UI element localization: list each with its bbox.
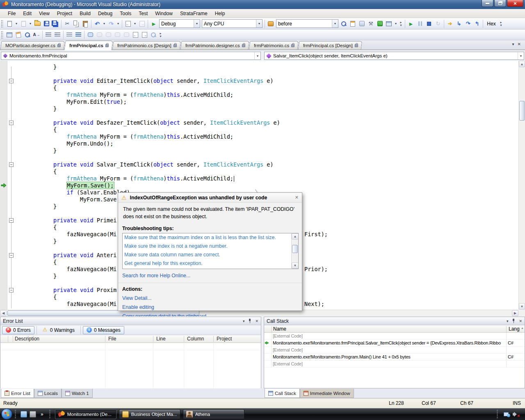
name-column-header[interactable]: Name [273, 326, 286, 332]
close-button[interactable] [507, 0, 523, 7]
hex-button[interactable]: Hex [484, 19, 498, 28]
call-stack-row[interactable]: Monitoramento.exe!Monitoramento.Program.… [264, 354, 525, 361]
scroll-down-icon[interactable]: ▼ [292, 262, 299, 269]
chevron-down-icon[interactable] [254, 52, 260, 59]
call-stack-row[interactable]: [External Code] [264, 361, 525, 368]
minimize-button[interactable] [482, 0, 493, 7]
navigate-backward-dropdown[interactable] [132, 19, 137, 28]
fold-collapse-icon[interactable] [9, 162, 14, 167]
start-debugging-button[interactable] [149, 19, 158, 28]
object-browser-button[interactable] [357, 19, 366, 28]
find-symbol-button[interactable] [266, 19, 275, 28]
menu-item-test[interactable]: Test [135, 9, 151, 18]
undo-button[interactable] [93, 19, 102, 28]
fold-collapse-icon[interactable] [9, 121, 14, 125]
auto-hide-pin-icon[interactable] [248, 319, 251, 323]
call-stack-column-headers[interactable]: Name Lang ▲ [264, 325, 525, 333]
document-tab-frmpatrimonio-cs[interactable]: frmPatrimonio.cs [249, 41, 299, 50]
document-tab-frmprincipal-cs[interactable]: frmPrincipal.cs [64, 41, 113, 50]
undo-dropdown[interactable] [102, 19, 107, 28]
add-item-dropdown[interactable] [28, 19, 33, 28]
comment-button[interactable] [65, 30, 74, 39]
code-editor[interactable]: } private void Editar_ItemClick(object s… [0, 61, 525, 316]
window-position-dropdown-icon[interactable]: ▾ [243, 319, 245, 323]
column-header-file[interactable]: File [108, 336, 116, 342]
toggle-bookmark-button[interactable] [86, 30, 95, 39]
search-help-online-link[interactable]: Search for more Help Online... [118, 269, 302, 282]
toolbar-overflow-button[interactable] [498, 19, 504, 28]
decrease-indent-button[interactable] [44, 30, 53, 39]
troubleshooting-tip-link[interactable]: Make sure the index is not a negative nu… [123, 242, 291, 251]
next-bookmark-button[interactable] [104, 30, 113, 39]
new-item-dropdown[interactable] [14, 19, 19, 28]
fold-collapse-icon[interactable] [9, 218, 14, 223]
call-stack-row[interactable]: [External Code] [264, 347, 525, 354]
parameter-info-button[interactable]: A→ [32, 30, 41, 39]
call-stack-row[interactable]: [External Code] [264, 333, 525, 340]
quick-info-button[interactable] [23, 30, 32, 39]
tool-tab-call-stack[interactable]: Call Stack [265, 389, 300, 398]
show-next-statement-button[interactable] [445, 19, 454, 28]
scroll-up-icon[interactable]: ▲ [519, 61, 525, 67]
step-out-button[interactable] [472, 19, 482, 28]
errors-toggle-button[interactable]: 0 Errors [2, 326, 34, 334]
solution-platform-select[interactable]: Any CPU [202, 19, 262, 28]
tool-tab-immediate-window[interactable]: Immediate Window [300, 389, 354, 398]
pause-button[interactable] [415, 19, 425, 28]
scroll-up-icon[interactable]: ▲ [292, 233, 299, 240]
solution-configuration-select[interactable]: Debug [159, 19, 200, 28]
column-header-description[interactable]: Description [15, 336, 39, 342]
quick-launch-icon-1[interactable] [21, 411, 27, 418]
redo-dropdown[interactable] [116, 19, 121, 28]
prev-bookmark-doc-button[interactable] [131, 30, 140, 39]
document-tab-frmprincipal-cs-design-[interactable]: frmPrincipal.cs [Design] [298, 41, 363, 50]
search-combo[interactable] [276, 19, 338, 28]
messages-toggle-button[interactable]: 0 Messages [83, 326, 124, 334]
next-bookmark-folder-button[interactable] [122, 30, 131, 39]
toolbar-grip[interactable] [1, 31, 3, 39]
toolbar-overflow-button[interactable] [398, 19, 404, 28]
call-stack-title-bar[interactable]: Call Stack ▾ ✕ [264, 317, 525, 325]
solution-explorer-button[interactable] [375, 19, 384, 28]
column-header-line[interactable]: Line [156, 336, 166, 342]
close-panel-icon[interactable]: ✕ [519, 319, 522, 323]
tool-tab-error-list[interactable]: Error List [1, 389, 34, 398]
taskbar-button-business-object-ma-[interactable]: Business Object Ma... [119, 409, 180, 419]
menu-item-build[interactable]: Build [76, 9, 94, 18]
restart-button[interactable] [434, 19, 443, 28]
close-panel-icon[interactable]: ✕ [255, 319, 258, 323]
properties-window-button[interactable] [348, 19, 357, 28]
quick-launch-icon-2[interactable] [30, 411, 36, 418]
menu-item-strataframe[interactable]: StrataFrame [176, 9, 211, 18]
chevron-down-icon[interactable] [518, 52, 524, 59]
chevron-down-icon[interactable] [256, 20, 262, 27]
redo-button[interactable] [107, 19, 116, 28]
troubleshooting-tip-link[interactable]: Make sure that the maximum index on a li… [123, 233, 291, 242]
toolbar-grip[interactable] [1, 20, 3, 27]
open-file-button[interactable] [33, 19, 42, 28]
cut-button[interactable] [63, 19, 72, 28]
tool-tab-watch-1[interactable]: Watch 1 [62, 389, 93, 398]
popup-close-icon[interactable] [295, 195, 299, 200]
chevron-down-icon[interactable] [332, 20, 338, 27]
column-header-column[interactable]: Column [187, 336, 204, 342]
auto-hide-pin-icon[interactable] [512, 319, 515, 323]
enable-editing-link[interactable]: Enable editing [118, 303, 302, 312]
step-into-button[interactable] [454, 19, 463, 28]
column-header-project[interactable]: Project [217, 336, 232, 342]
tips-scrollbar[interactable]: ▲ ▼ [291, 233, 298, 269]
fold-collapse-icon[interactable] [9, 253, 14, 258]
restore-button[interactable] [494, 0, 506, 7]
step-over-button[interactable] [463, 19, 472, 28]
menu-item-window[interactable]: Window [151, 9, 176, 18]
error-list-title-bar[interactable]: Error List ▾ ✕ [0, 317, 261, 325]
active-files-dropdown[interactable]: ▾ [512, 42, 514, 46]
call-stack-row[interactable]: Monitoramento.exe!Monitoramento.frmPrinc… [264, 340, 525, 347]
other-windows-dropdown[interactable] [393, 19, 398, 28]
navigate-forward-button[interactable] [137, 19, 146, 28]
start-button[interactable] [1, 409, 12, 420]
search-input[interactable] [278, 21, 330, 27]
chevron-down-icon[interactable] [194, 20, 200, 27]
quick-launch-overflow-chevron[interactable]: » [41, 411, 43, 417]
scroll-right-icon[interactable]: ▶ [512, 310, 518, 316]
